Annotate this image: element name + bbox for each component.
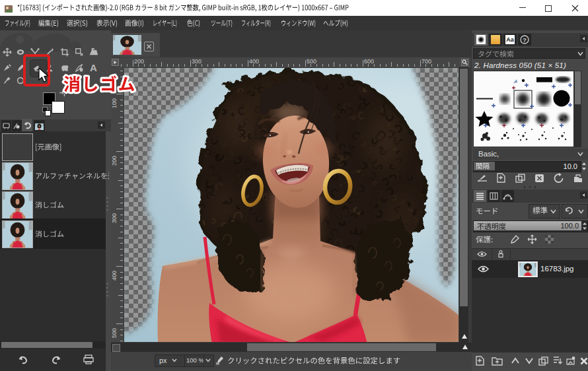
svg-text:?: ? (523, 37, 527, 44)
